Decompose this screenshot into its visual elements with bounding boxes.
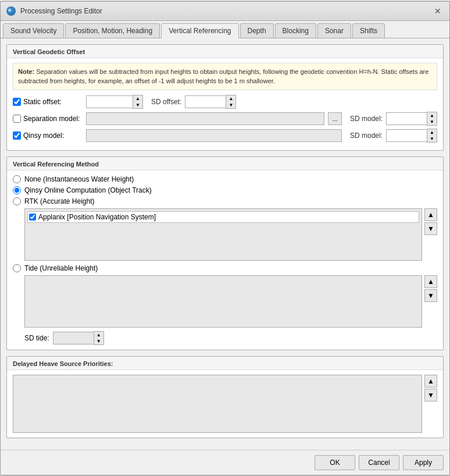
delayed-heave-content: ▲ ▼ [7,370,443,438]
radio-tide-label: Tide (Unreliable Height) [24,264,98,272]
footer: OK Cancel Apply [1,450,449,475]
separation-model-row: Separation model: ... SD model: 0.100 m … [13,112,437,126]
qinsy-model-row: Qinsy model: C:/Program Files (x86)/Comm… [13,129,437,143]
vrm-section: Vertical Referencing Method None (Instan… [6,157,444,350]
main-window: Processing Settings Editor ✕ Sound Veloc… [0,1,450,475]
static-offset-spinner: ▲ ▼ [133,95,143,109]
delayed-heave-down-btn[interactable]: ▼ [424,389,437,402]
static-offset-row: Static offset: -26.280 m ▲ ▼ SD offset: … [13,95,437,109]
apply-button[interactable]: Apply [403,455,444,470]
separation-model-input[interactable] [86,112,324,125]
radio-rtk-row: RTK (Accurate Height) [13,197,437,205]
qinsy-model-checkbox[interactable] [13,132,21,140]
sd-offset-input[interactable]: 0.000 m [185,95,226,108]
close-button[interactable]: ✕ [432,5,444,17]
radio-tide[interactable] [13,264,21,272]
sd-model-spinner-1: ▲ ▼ [427,112,437,126]
rtk-list-box[interactable]: Applanix [Position Navigation System] [24,208,422,261]
tab-sound-velocity[interactable]: Sound Velocity [3,23,64,38]
rtk-item-checkbox[interactable] [29,214,36,221]
main-content: Vertical Geodetic Offset Note: Separatio… [1,38,449,450]
title-bar: Processing Settings Editor ✕ [1,2,449,21]
separation-model-browse[interactable]: ... [328,112,342,125]
qinsy-model-input[interactable]: C:/Program Files (x86)/Common Files/QPS/… [86,129,342,142]
separation-model-checkbox[interactable] [13,115,21,123]
sd-model-input-2[interactable]: 5.000 m [386,129,427,142]
ok-button[interactable]: OK [315,455,355,470]
delayed-heave-label: Delayed Heave Source Priorities: [7,357,443,370]
radio-qinsy-row: Qinsy Online Computation (Object Track) [13,186,437,194]
rtk-down-btn[interactable]: ▼ [424,222,437,235]
cancel-button[interactable]: Cancel [359,455,399,470]
sd-model-down-1[interactable]: ▼ [427,119,437,125]
static-offset-input-group: -26.280 m ▲ ▼ [86,95,143,109]
static-offset-label: Static offset: [13,98,83,106]
sd-tide-up[interactable]: ▲ [94,332,103,338]
delayed-heave-list-row: ▲ ▼ [13,375,437,433]
sd-tide-input[interactable]: 0.100 m [53,332,94,344]
tab-position-motion-heading[interactable]: Position, Motion, Heading [65,23,160,38]
sd-model-input-group-1: 0.100 m ▲ ▼ [386,112,437,126]
note-box: Note: Separation values will be subtract… [13,63,437,90]
static-offset-up[interactable]: ▲ [133,95,142,102]
vrm-section-label: Vertical Referencing Method [7,157,443,170]
static-offset-label-text: Static offset: [23,98,62,106]
delayed-heave-up-btn[interactable]: ▲ [424,375,437,388]
radio-qinsy-label: Qinsy Online Computation (Object Track) [24,186,152,194]
static-offset-checkbox[interactable] [13,98,21,106]
qinsy-model-label: Qinsy model: [13,132,83,140]
tab-vertical-referencing[interactable]: Vertical Referencing [161,23,238,38]
tide-list-box[interactable] [24,275,422,328]
tab-depth[interactable]: Depth [240,23,274,38]
vrm-content: None (Instantaneous Water Height) Qinsy … [7,170,443,350]
radio-qinsy-online[interactable] [13,186,21,194]
tab-bar: Sound Velocity Position, Motion, Heading… [1,21,449,38]
sd-model-label-2: SD model: [350,132,383,140]
sd-model-up-2[interactable]: ▲ [427,129,437,136]
sd-model-spinner-2: ▲ ▼ [427,129,437,143]
separation-model-label: Separation model: [13,115,83,123]
sd-model-down-2[interactable]: ▼ [427,136,437,142]
rtk-arrow-btns: ▲ ▼ [424,208,437,261]
delayed-heave-arrow-btns: ▲ ▼ [424,375,437,433]
sd-offset-spinner: ▲ ▼ [226,95,236,109]
sd-model-input-1[interactable]: 0.100 m [386,112,427,125]
radio-none-label: None (Instantaneous Water Height) [24,175,134,183]
radio-none[interactable] [13,175,21,183]
note-prefix: Note: [18,68,34,75]
delayed-heave-list[interactable] [13,375,422,433]
sd-tide-input-group: 0.100 m ▲ ▼ [53,331,104,345]
sd-offset-input-group: 0.000 m ▲ ▼ [185,95,236,109]
tide-list-container: ▲ ▼ [24,275,437,328]
tab-blocking[interactable]: Blocking [275,23,316,38]
sd-model-up-1[interactable]: ▲ [427,112,437,119]
sd-tide-down[interactable]: ▼ [94,338,103,344]
delayed-heave-section: Delayed Heave Source Priorities: ▲ ▼ [6,356,444,438]
tab-shifts[interactable]: Shifts [352,23,385,38]
title-bar-left: Processing Settings Editor [6,6,102,16]
tide-down-btn[interactable]: ▼ [424,289,437,302]
separation-model-label-text: Separation model: [23,115,80,123]
vgo-content: Note: Separation values will be subtract… [7,58,443,150]
sd-model-label-1: SD model: [350,115,383,123]
rtk-up-btn[interactable]: ▲ [424,208,437,221]
sd-offset-label: SD offset: [151,98,181,106]
radio-tide-row: Tide (Unreliable Height) [13,264,437,272]
app-icon [6,6,16,16]
radio-none-row: None (Instantaneous Water Height) [13,175,437,183]
qinsy-model-label-text: Qinsy model: [23,132,64,140]
tab-sonar[interactable]: Sonar [317,23,351,38]
sd-offset-down[interactable]: ▼ [226,102,235,108]
sd-tide-label: SD tide: [24,334,49,342]
tide-up-btn[interactable]: ▲ [424,275,437,288]
vertical-geodetic-offset-section: Vertical Geodetic Offset Note: Separatio… [6,44,444,151]
static-offset-input[interactable]: -26.280 m [86,95,133,108]
sd-offset-up[interactable]: ▲ [226,95,235,102]
static-offset-down[interactable]: ▼ [133,102,142,108]
radio-rtk-label: RTK (Accurate Height) [24,197,95,205]
note-text: Separation values will be subtracted fro… [18,68,428,85]
radio-rtk[interactable] [13,197,21,205]
rtk-list-item: Applanix [Position Navigation System] [27,211,419,223]
window-title: Processing Settings Editor [20,7,102,15]
tide-arrow-btns: ▲ ▼ [424,275,437,328]
